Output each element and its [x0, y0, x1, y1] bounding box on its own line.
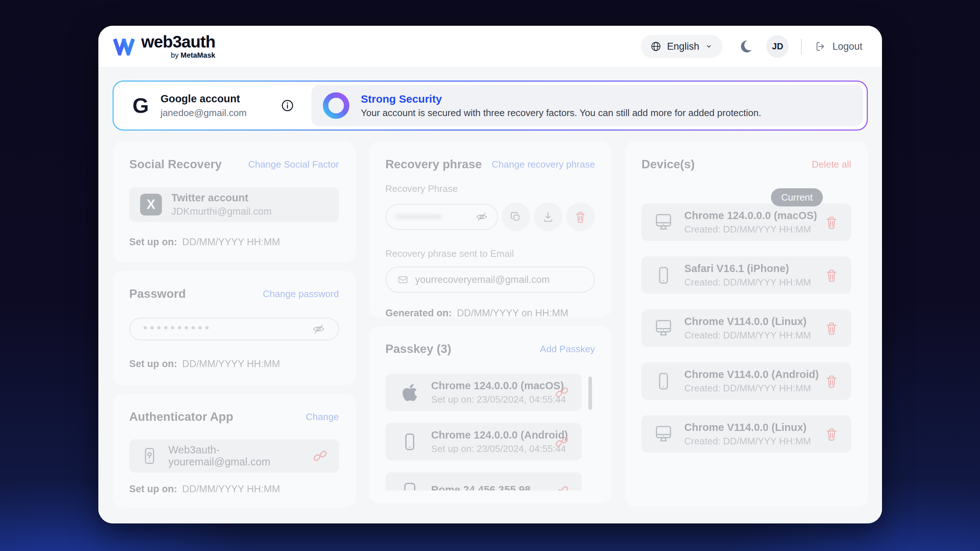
- recovery-email-value: yourrecoveryemail@gmail.com: [415, 274, 550, 286]
- setup-on-value: DD/MM/YYYY HH:MM: [182, 358, 280, 370]
- device-name: Chrome V114.0.0 (Linux): [684, 316, 811, 327]
- device-item: Safari V16.1 (iPhone) Created: DD/MM/YYY…: [641, 256, 851, 294]
- header-divider: [801, 38, 802, 54]
- generated-on-value: DD/MM/YYYY on HH:MM: [457, 308, 568, 319]
- change-recovery-phrase-link[interactable]: Change recovery phrase: [492, 159, 595, 170]
- globe-icon: [650, 41, 662, 52]
- device-item: Current Chrome 124.0.0.0 (macOS) Created…: [641, 203, 851, 241]
- change-authenticator-link[interactable]: Change: [306, 411, 339, 422]
- login-provider: G Google account janedoe@gmail.com: [114, 93, 312, 119]
- current-device-badge: Current: [771, 188, 823, 206]
- passkey-item: Rome 24.456.355.98: [385, 472, 582, 491]
- device-list: Current Chrome 124.0.0.0 (macOS) Created…: [641, 179, 851, 453]
- mail-icon: [397, 274, 409, 286]
- change-password-link[interactable]: Change password: [263, 288, 339, 300]
- setup-on-value: DD/MM/YYYY HH:MM: [182, 237, 280, 248]
- authenticator-account-row: Web3auth-youremail@gmal.com: [129, 439, 339, 473]
- chevron-down-icon: [705, 42, 713, 51]
- device-created-meta: Created: DD/MM/YYY HH:MM: [684, 383, 819, 394]
- device-created-meta: Created: DD/MM/YYY HH:MM: [684, 436, 811, 447]
- eye-off-icon[interactable]: [476, 211, 488, 223]
- device-created-meta: Created: DD/MM/YYY HH:MM: [684, 330, 811, 341]
- download-icon: [541, 210, 555, 224]
- change-social-factor-link[interactable]: Change Social Factor: [248, 159, 339, 170]
- trash-icon: [574, 210, 587, 224]
- delete-device-icon[interactable]: [824, 215, 839, 230]
- passkey-name: Rome 24.456.355.98: [431, 484, 531, 491]
- provider-title: Google account: [161, 93, 247, 105]
- twitter-account-email: JDKmurthi@gmail.com: [171, 206, 272, 217]
- device-name: Safari V16.1 (iPhone): [684, 263, 811, 275]
- column-right: Device(s) Delete all Current Chrome 124.…: [625, 141, 868, 508]
- device-created-meta: Created: DD/MM/YYY HH:MM: [684, 224, 817, 235]
- recovery-phrase-label: Recovery Phrase: [385, 183, 595, 194]
- brand-byline: by MetaMask: [171, 51, 215, 59]
- devices-card: Device(s) Delete all Current Chrome 124.…: [625, 141, 868, 507]
- provider-email: janedoe@gmail.com: [161, 107, 247, 119]
- twitter-account-row: X Twitter account JDKmurthi@gmail.com: [129, 187, 339, 222]
- delete-device-icon[interactable]: [824, 321, 839, 335]
- unlink-passkey-icon[interactable]: [554, 434, 570, 449]
- recovery-email-label: Recovery phrase sent to Email: [385, 248, 595, 259]
- copy-phrase-button[interactable]: [502, 202, 530, 231]
- passkey-title: Passkey (3): [385, 342, 452, 356]
- passkey-name: Chrome 124.0.0.0 (Android): [431, 429, 555, 441]
- user-avatar[interactable]: JD: [766, 35, 789, 58]
- device-name: Chrome V114.0.0 (Linux): [684, 421, 811, 433]
- web3auth-w-icon: [113, 37, 135, 56]
- recovery-phrase-card: Recovery phrase Change recovery phrase R…: [369, 141, 612, 318]
- setup-on-label: Set up on:: [129, 358, 177, 370]
- device-type-icon: [653, 265, 674, 286]
- delete-phrase-button[interactable]: [566, 202, 595, 231]
- delete-device-icon[interactable]: [824, 268, 839, 283]
- brand-wordmark: web3auth by MetaMask: [141, 33, 215, 59]
- security-status-description: Your account is secured with three recov…: [361, 107, 761, 119]
- language-label: English: [667, 41, 700, 52]
- password-field[interactable]: ••••••••••: [129, 318, 339, 340]
- password-card: Password Change password •••••••••• Set …: [113, 271, 356, 385]
- devices-title: Device(s): [641, 157, 695, 171]
- authenticator-app-card: Authenticator App Change Web3auth-yourem…: [113, 394, 356, 508]
- eye-off-icon[interactable]: [312, 322, 325, 335]
- app-header: web3auth by MetaMask English JD Logout: [99, 26, 882, 67]
- language-selector[interactable]: English: [641, 35, 723, 58]
- x-twitter-icon: X: [140, 194, 162, 216]
- logout-button[interactable]: Logout: [814, 40, 862, 52]
- copy-icon: [509, 210, 522, 224]
- logout-label: Logout: [832, 41, 862, 52]
- device-item: Chrome V114.0.0 (Android) Created: DD/MM…: [641, 362, 851, 400]
- recovery-phrase-masked: ••••••••••••••: [396, 211, 442, 222]
- device-name: Chrome V114.0.0 (Android): [684, 368, 819, 381]
- unlink-passkey-icon[interactable]: [554, 484, 570, 491]
- brand-name: web3auth: [141, 33, 215, 50]
- device-created-meta: Created: DD/MM/YYY HH:MM: [684, 277, 811, 288]
- unlink-icon[interactable]: [312, 448, 328, 464]
- passkey-scrollbar[interactable]: [589, 376, 592, 410]
- google-icon: G: [132, 95, 149, 116]
- passkey-card: Passkey (3) Add Passkey Chrome 124.0.0.0…: [369, 326, 612, 503]
- main-content: G Google account janedoe@gmail.com Stron…: [99, 67, 882, 524]
- twitter-account-title: Twitter account: [171, 192, 272, 204]
- recovery-phrase-field[interactable]: ••••••••••••••: [385, 204, 498, 230]
- header-actions: English JD Logout: [641, 35, 862, 58]
- download-phrase-button[interactable]: [534, 202, 563, 231]
- delete-device-icon[interactable]: [824, 374, 839, 389]
- delete-device-icon[interactable]: [824, 427, 839, 441]
- column-middle: Recovery phrase Change recovery phrase R…: [369, 141, 612, 508]
- brand-logo: web3auth by MetaMask: [113, 33, 215, 59]
- security-status-panel: Strong Security Your account is secured …: [312, 85, 863, 126]
- passkey-device-icon: [399, 431, 420, 453]
- passkey-name: Chrome 124.0.0.0 (macOS): [431, 380, 555, 392]
- recovery-email-field[interactable]: yourrecoveryemail@gmail.com: [385, 267, 595, 293]
- passkey-item: Chrome 124.0.0.0 (Android) Set up on: 23…: [385, 423, 582, 460]
- device-type-icon: [653, 371, 674, 392]
- delete-all-link[interactable]: Delete all: [812, 159, 851, 170]
- dark-mode-toggle[interactable]: [739, 39, 753, 54]
- unlink-passkey-icon[interactable]: [554, 385, 570, 400]
- add-passkey-link[interactable]: Add Passkey: [540, 343, 595, 355]
- social-recovery-card: Social Recovery Change Social Factor X T…: [113, 141, 356, 262]
- info-icon[interactable]: [280, 98, 296, 114]
- authenticator-account: Web3auth-youremail@gmal.com: [169, 444, 312, 468]
- setup-on-value: DD/MM/YYYY HH:MM: [182, 484, 280, 495]
- security-status-title: Strong Security: [361, 93, 761, 105]
